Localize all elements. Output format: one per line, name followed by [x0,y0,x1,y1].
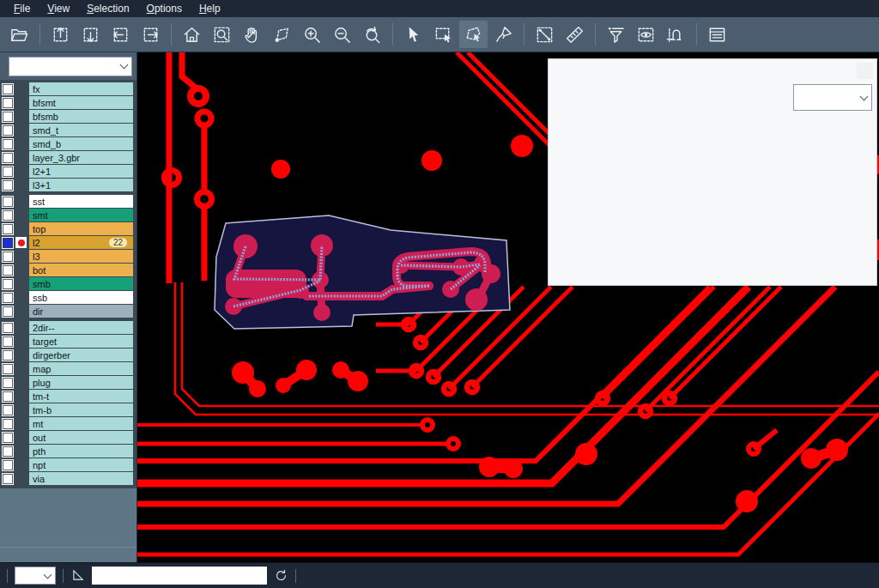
active-layer-indicator [15,237,27,248]
layer-visibility-checkbox[interactable] [3,252,13,262]
features-filter-button[interactable] [602,21,630,48]
polygon-select-button[interactable] [459,21,488,48]
zoom-previous-button[interactable] [358,21,386,48]
layer-name-cell[interactable]: l2 22 [29,236,133,249]
toolbar-icon [494,25,513,45]
layer-visibility-checkbox[interactable] [3,364,13,374]
layer-visibility-checkbox[interactable] [3,112,13,122]
menu-item[interactable]: Help [191,2,229,15]
layer-visibility-checkbox[interactable] [3,419,13,429]
layer-name-cell[interactable]: out [29,431,133,444]
layer-label: smd_b [33,139,130,149]
layer-label: dirgerber [33,350,130,361]
layer-name-cell[interactable]: sst [29,195,133,208]
layer-name-cell[interactable]: top [29,222,133,235]
layer-visibility-checkbox[interactable] [3,446,13,457]
layer-name-cell[interactable]: bfsmt [29,96,133,109]
layer-visibility-checkbox[interactable] [3,265,13,276]
layer-name-cell[interactable]: smb [29,277,133,290]
layer-name-cell[interactable]: map [29,362,133,375]
view-options-button[interactable] [632,21,660,48]
profile-select[interactable] [793,84,872,111]
step-select[interactable] [9,57,132,76]
layer-visibility-checkbox[interactable] [3,125,13,136]
filter-type-row [549,82,876,116]
layer-name-cell[interactable]: pth [29,445,133,458]
layer-visibility-checkbox[interactable] [3,323,13,333]
layer-name-cell[interactable]: smd_b [29,137,133,150]
home-view-button[interactable] [178,21,206,48]
layer-visibility-checkbox[interactable] [3,336,13,347]
layer-visibility-checkbox[interactable] [3,350,13,361]
layer-name-cell[interactable]: target [29,335,133,348]
layer-visibility-checkbox[interactable] [3,474,13,484]
pan-right-button[interactable] [136,21,165,48]
sync-icon[interactable] [274,568,288,583]
layer-visibility-checkbox[interactable] [3,306,13,317]
layer-name-cell[interactable]: dir [29,305,133,318]
pan-down-button[interactable] [76,21,105,48]
layer-label: 2dir-- [33,323,130,333]
clean-selection-button[interactable] [489,21,518,48]
ruler-button[interactable] [561,21,589,48]
measure-button[interactable] [530,21,559,48]
layer-name-cell[interactable]: fx [29,82,133,95]
layer-name-cell[interactable]: mt [29,417,133,430]
zoom-in-button[interactable] [298,21,326,48]
layer-visibility-checkbox[interactable] [3,460,13,470]
snap-angle-icon[interactable] [70,568,85,583]
dialog-close-button[interactable] [857,63,873,79]
layer-name-cell[interactable]: l2+1 [29,165,133,178]
layer-visibility-checkbox[interactable] [3,167,13,177]
layers-panel-button[interactable] [703,21,731,48]
layer-name-cell[interactable]: smt [29,209,133,221]
rectangle-select-button[interactable] [429,21,458,48]
layer-name-cell[interactable]: via [29,472,133,485]
unit-select[interactable] [15,567,56,585]
layer-name-cell[interactable]: npt [29,458,133,471]
layer-visibility-checkbox[interactable] [3,279,13,289]
layer-visibility-checkbox[interactable] [3,153,13,163]
dialog-titlebar[interactable] [549,59,876,82]
layer-name-cell[interactable]: smd_t [29,124,133,136]
menu-item[interactable]: Selection [78,2,137,15]
layer-name-cell[interactable]: layer_3.gbr [29,151,133,164]
snap-magnet-button[interactable] [662,21,690,48]
layer-name-cell[interactable]: tm-t [29,390,133,403]
layer-visibility-checkbox[interactable] [3,197,13,207]
layer-name-cell[interactable]: 2dir-- [29,321,133,334]
select-cursor-button[interactable] [399,21,427,48]
layer-name-cell[interactable]: tm-b [29,403,133,416]
open-file-button[interactable] [5,21,33,48]
layer-name-cell[interactable]: plug [29,376,133,389]
layer-visibility-checkbox[interactable] [3,378,13,388]
pan-hand-button[interactable] [238,21,266,48]
layer-name-cell[interactable]: bot [29,264,133,276]
layer-visibility-checkbox[interactable] [3,84,13,94]
menu-item[interactable]: View [39,2,78,15]
command-input[interactable] [92,567,267,585]
layer-name-cell[interactable]: dirgerber [29,349,133,361]
layer-visibility-checkbox[interactable] [3,139,13,149]
zoom-polygon-button[interactable] [268,21,296,48]
layer-name-cell[interactable]: ssb [29,291,133,304]
pan-left-button[interactable] [106,21,135,48]
layer-visibility-checkbox[interactable] [3,98,13,108]
layer-visibility-checkbox[interactable] [3,293,13,303]
layer-name-cell[interactable]: bfsmb [29,110,133,123]
menu-item[interactable]: File [5,2,39,15]
pan-up-button[interactable] [46,21,75,48]
layer-name-cell[interactable]: l3+1 [29,179,133,191]
layer-visibility-checkbox[interactable] [3,224,13,234]
menu-item[interactable]: Options [138,2,191,15]
layer-visibility-checkbox[interactable] [3,405,13,415]
layer-visibility-checkbox[interactable] [3,391,13,402]
layer-visibility-checkbox[interactable] [3,180,13,191]
layer-visibility-checkbox[interactable] [3,238,13,248]
layer-row: smd_t [0,124,136,136]
layer-visibility-checkbox[interactable] [3,433,13,443]
zoom-area-button[interactable] [208,21,236,48]
zoom-out-button[interactable] [328,21,356,48]
layer-visibility-checkbox[interactable] [3,210,13,221]
layer-name-cell[interactable]: l3 [29,250,133,263]
